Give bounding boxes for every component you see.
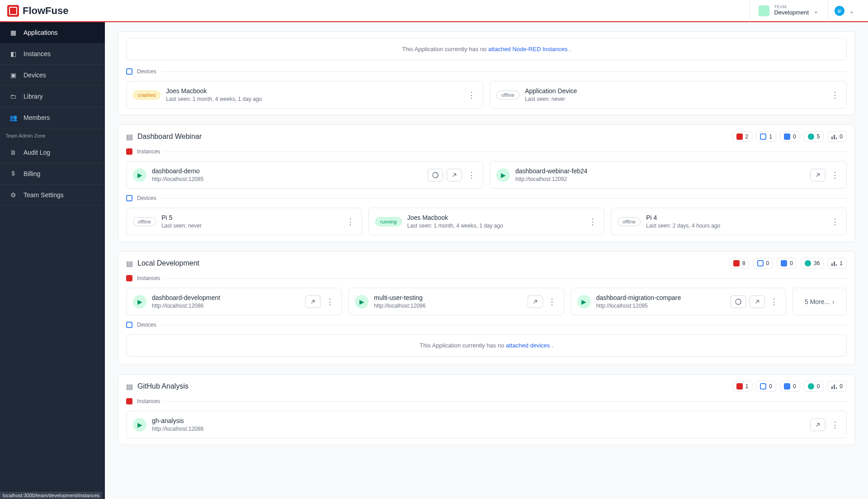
groups-stat-icon [781,260,787,266]
sidebar-item-members[interactable]: 👥 Members [0,107,105,128]
team-selector[interactable]: TEAM: Development ⌄ [749,0,828,22]
stat-devices: 1 [756,131,776,142]
sidebar-item-applications[interactable]: ▦ Applications [0,22,105,43]
instance-name: dashboard-demo [152,167,422,176]
kebab-menu[interactable]: ⋮ [466,170,476,180]
stat-snapshots: 0 [804,381,824,392]
stat-pipelines: 0 [827,381,847,392]
application-title-row[interactable]: ▤ Local Development [126,259,199,268]
devices-section-icon [126,195,132,201]
brand-logo[interactable]: FlowFuse [7,5,68,17]
chart-stat-icon [831,134,837,139]
device-last-seen: Last seen: never [525,95,824,103]
layout-icon: ▤ [126,382,133,391]
instance-url: http://localhost:12092 [515,176,805,183]
open-editor-button[interactable] [810,418,826,431]
sidebar-item-label: Instances [24,50,51,57]
open-editor-button[interactable] [305,295,321,308]
snapshots-stat-icon [808,133,814,140]
chart-stat-icon [831,384,837,389]
instance-tile[interactable]: ▶ multi-user-testing http://localhost:12… [348,288,564,315]
instances-section-header: Instances [118,148,855,155]
sidebar-item-library[interactable]: 🗀 Library [0,86,105,107]
stat-instances: 1 [732,381,753,392]
application-card: ▤ Dashboard Webinar 2 1 0 5 0 Instances [118,124,855,242]
kebab-menu[interactable]: ⋮ [769,297,779,307]
kebab-menu[interactable]: ⋮ [829,90,840,100]
device-last-seen: Last seen: 2 days, 4 hours ago [646,222,824,229]
attached-instances-link[interactable]: attached Node-RED Instances [488,46,568,52]
kebab-menu[interactable]: ⋮ [547,297,557,307]
application-title-row[interactable]: ▤ Dashboard Webinar [126,133,202,141]
device-tile[interactable]: offline Pi 4 Last seen: 2 days, 4 hours … [611,208,847,235]
open-editor-button[interactable] [750,295,765,308]
application-stats: 8 0 0 36 1 [729,258,847,269]
kebab-menu[interactable]: ⋮ [344,217,355,227]
device-last-seen: Last seen: 1 month, 4 weeks, 1 day ago [166,95,460,103]
status-running-icon: ▶ [355,295,368,309]
device-tile[interactable]: offline Application Device Last seen: ne… [490,81,847,109]
attached-devices-link[interactable]: attached devices [506,342,550,349]
open-editor-button[interactable] [528,295,543,308]
instance-tile[interactable]: ▶ dashboard-development http://localhost… [126,288,342,315]
instances-section-header: Instances [118,275,855,281]
device-name: Joes Macbook [407,214,581,222]
user-menu[interactable]: jp ⌄ [828,0,861,22]
library-icon: 🗀 [9,92,17,100]
kebab-menu[interactable]: ⋮ [466,90,476,100]
sidebar-item-billing[interactable]: ＄ Billing [0,163,105,185]
open-editor-button[interactable] [447,169,462,181]
status-running-icon: ▶ [133,295,146,309]
stat-snapshots: 36 [801,258,824,269]
billing-icon: ＄ [9,170,17,178]
snapshots-stat-icon [808,383,814,390]
kebab-menu[interactable]: ⋮ [324,297,335,307]
more-instances-button[interactable]: 5 More... › [793,288,847,315]
sidebar-item-label: Library [24,93,43,100]
application-title-row[interactable]: ▤ GitHub Analysis [126,382,189,391]
status-pill-offline: offline [496,90,519,100]
instance-tile[interactable]: ▶ dashboard-demo http://localhost:12085 … [126,161,483,189]
application-title: Local Development [137,259,199,267]
kebab-menu[interactable]: ⋮ [829,217,840,227]
sidebar-item-audit-log[interactable]: 🗎 Audit Log [0,142,105,163]
stat-groups: 0 [777,258,797,269]
device-tile[interactable]: offline Pi 5 Last seen: never ⋮ [126,208,362,235]
device-name: Pi 4 [646,214,824,222]
sidebar-item-devices[interactable]: ▣ Devices [0,65,105,86]
kebab-menu[interactable]: ⋮ [587,217,598,227]
groups-stat-icon [784,133,790,140]
device-tile[interactable]: crashed Joes Macbook Last seen: 1 month,… [126,81,483,109]
kebab-menu[interactable]: ⋮ [829,420,840,430]
snapshots-stat-icon [805,260,811,266]
application-title: Dashboard Webinar [137,133,202,141]
device-name: Joes Macbook [166,87,460,95]
status-pill-running: running [375,217,402,226]
instance-tile[interactable]: ▶ gh-analysis http://localhost:12088 ⋮ [126,411,847,438]
chevron-down-icon: ⌄ [813,7,819,14]
sidebar-item-instances[interactable]: ◧ Instances [0,43,105,65]
devices-icon: ▣ [9,71,17,79]
open-editor-button[interactable] [810,169,826,181]
stat-instances: 8 [729,258,750,269]
open-dashboard-button[interactable] [428,169,443,181]
instance-tile[interactable]: ▶ dashboard-migration-compare http://loc… [571,288,786,315]
sidebar-item-label: Devices [24,71,46,79]
devices-stat-icon [760,383,766,390]
instance-tile[interactable]: ▶ dashboard-webinar-feb24 http://localho… [490,161,847,189]
instances-section-header: Instances [118,398,855,404]
open-dashboard-button[interactable] [731,295,746,308]
topbar: FlowFuse TEAM: Development ⌄ jp ⌄ [0,0,868,22]
instances-icon: ◧ [9,50,17,58]
status-pill-offline: offline [618,217,641,226]
instances-section-icon [126,148,132,155]
sidebar-item-label: Audit Log [24,149,50,156]
brand-name: FlowFuse [23,5,68,17]
kebab-menu[interactable]: ⋮ [829,170,840,180]
instances-stat-icon [736,133,743,140]
groups-stat-icon [784,383,790,390]
application-card: ▤ GitHub Analysis 1 0 0 0 0 Instances ▶ [118,374,855,445]
sidebar-item-team-settings[interactable]: ⚙ Team Settings [0,185,105,206]
device-tile[interactable]: running Joes Macbook Last seen: 1 month,… [368,208,604,235]
devices-section-header: Devices [118,195,855,201]
